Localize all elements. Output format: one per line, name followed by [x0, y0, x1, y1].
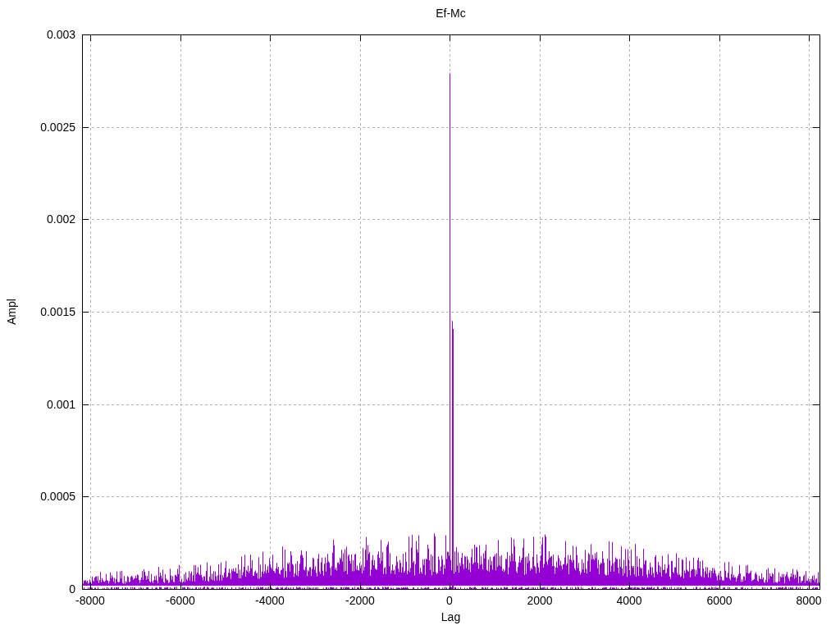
x-tick-label: -2000 [327, 594, 393, 607]
x-tick-label: -6000 [148, 594, 213, 607]
x-tick-label: 6000 [687, 594, 752, 607]
chart-title: Ef-Mc [82, 7, 819, 20]
x-axis-label: Lag [82, 610, 819, 623]
y-tick-label: 0.001 [0, 398, 75, 411]
y-tick-label: 0.003 [0, 28, 75, 41]
y-tick-label: 0.0005 [0, 490, 75, 503]
y-tick-label: 0.002 [0, 212, 75, 226]
y-tick-label: 0.0015 [0, 305, 75, 318]
x-tick-label: -4000 [237, 594, 303, 607]
correlation-chart-figure: Ef-Mc Ampl Lag 00.00050.0010.00150.0020.… [0, 0, 840, 630]
correlation-plot-canvas [0, 0, 840, 630]
x-tick-label: 8000 [776, 594, 840, 607]
x-tick-label: 2000 [507, 594, 573, 607]
x-tick-label: 4000 [596, 594, 662, 607]
x-tick-label: 0 [417, 594, 482, 607]
y-tick-label: 0.0025 [0, 121, 75, 134]
x-tick-label: -8000 [57, 594, 123, 607]
